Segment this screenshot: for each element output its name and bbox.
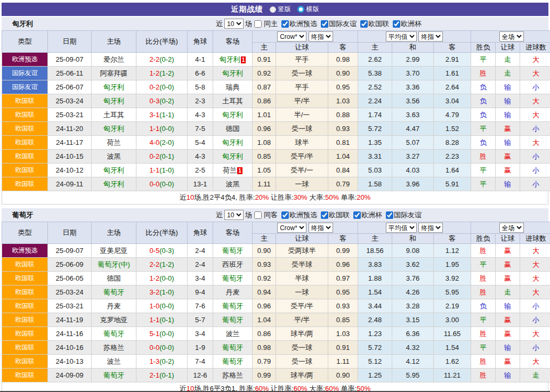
- team-name: 阿塞拜疆: [100, 69, 128, 77]
- avg-home-cell: 3.31: [358, 150, 392, 164]
- odds-company-select[interactable]: Crow*: [277, 31, 306, 42]
- avg-final-select[interactable]: 终指: [418, 31, 443, 42]
- fulltime-score: 1-1: [149, 166, 159, 174]
- league-checkbox[interactable]: [360, 20, 368, 28]
- match-row: 欧国联24-11-19克罗地亚1-1(0-1)5-7葡萄牙1.04平/半0.85…: [2, 313, 550, 327]
- result-goals-cell: 大: [520, 355, 550, 369]
- result-goals-cell: 小: [520, 150, 550, 164]
- avg-source-select[interactable]: 平均值: [386, 31, 417, 42]
- team-name: 波黑: [226, 180, 240, 188]
- competition-type-cell: 欧国联: [2, 341, 48, 355]
- avg-away-cell: 5.91: [434, 177, 471, 191]
- summary-text-part: 近: [180, 193, 187, 201]
- team-name: 匈牙利: [103, 83, 124, 91]
- subheader-odds-home: 主: [253, 43, 276, 53]
- result-handicap-cell: 输: [496, 369, 520, 382]
- team-name: 波兰: [107, 357, 121, 365]
- layout-option-horizontal[interactable]: 横版: [297, 5, 319, 14]
- summary-text-part: 单率:: [339, 385, 357, 392]
- same-venue-label: 同客: [264, 210, 278, 220]
- team-name: 葡萄牙: [222, 247, 243, 255]
- team-name: 苏格兰: [222, 371, 243, 379]
- odds-final-select[interactable]: 终指: [309, 31, 333, 42]
- matches-label: 场: [245, 210, 252, 220]
- competition-type-cell: 欧国联: [2, 369, 48, 382]
- team-name: 匈牙利: [222, 111, 243, 119]
- halftime-score: (0-2): [159, 55, 174, 63]
- away-team-cell: 葡萄牙: [213, 244, 253, 258]
- result-wdl-cell: 平: [471, 53, 496, 67]
- league-checkbox[interactable]: [321, 211, 328, 219]
- avg-source-select[interactable]: 平均值: [386, 223, 417, 233]
- layout-option-vertical[interactable]: 竖版: [270, 5, 291, 14]
- team-name: 土耳其: [222, 97, 243, 105]
- layout-vertical-label: 竖版: [278, 5, 291, 14]
- home-team-cell: 爱尔兰: [92, 53, 136, 67]
- away-team-cell: 葡萄牙: [213, 272, 253, 285]
- avg-draw-cell: 4.26: [392, 285, 434, 299]
- match-row: 欧国联25-03-21丹麦1-0(0-0)7-6葡萄牙0.96受平/半0.933…: [2, 299, 550, 313]
- odds-away-cell: 0.90: [328, 369, 358, 382]
- avg-away-cell: 2.64: [434, 80, 471, 94]
- scope-select[interactable]: 全场: [499, 223, 524, 233]
- avg-away-cell: 1.95: [434, 258, 471, 272]
- league-filter: 欧国联: [320, 210, 350, 220]
- avg-away-cell: 4.79: [434, 108, 471, 122]
- team-name: 匈牙利: [103, 97, 124, 105]
- avg-draw-cell: 4.32: [392, 341, 434, 355]
- avg-home-cell: 5.72: [358, 122, 392, 136]
- results-table: 类型 日期 主场 比分(半场) 角球 客场 Crow* 终指 平均值 终指: [2, 30, 550, 191]
- league-checkbox[interactable]: [281, 211, 289, 219]
- halftime-score: (1-1): [159, 111, 174, 119]
- corner-cell: 6-6: [188, 67, 213, 80]
- same-venue-checkbox[interactable]: [254, 211, 262, 219]
- subheader-result-handicap: 让球: [496, 234, 520, 244]
- result-goals-cell: 小: [520, 177, 550, 191]
- halftime-score: (0-1): [159, 152, 174, 160]
- summary-text-part: 20%: [357, 193, 370, 201]
- recent-count-select[interactable]: 10: [224, 210, 244, 220]
- avg-away-cell: 2.23: [434, 150, 471, 164]
- subheader-result-wdl: 胜负: [471, 234, 496, 244]
- subheader-avg-away: 客: [434, 43, 471, 53]
- avg-away-cell: 3.92: [434, 272, 471, 285]
- score-cell: 1-2(1-2): [136, 67, 188, 80]
- odds-away-cell: 0.98: [328, 53, 358, 67]
- odds-home-cell: 1.04: [253, 313, 276, 327]
- same-venue-checkbox[interactable]: [254, 20, 262, 28]
- corner-cell: 4-1: [188, 53, 213, 67]
- score-cell: 2-2(1-2): [136, 258, 188, 272]
- odds-handicap-cell: 一球: [276, 285, 328, 299]
- result-goals-cell: 大: [520, 94, 550, 108]
- filter-controls: 近 10 场 同主 欧洲预选 国际友谊 欧国联 欧洲杯: [216, 19, 422, 29]
- league-checkbox[interactable]: [393, 20, 400, 28]
- competition-type-cell: 欧国联: [2, 313, 48, 327]
- avg-final-select[interactable]: 终指: [418, 223, 443, 233]
- recent-count-select[interactable]: 10: [224, 19, 244, 29]
- league-checkbox[interactable]: [321, 20, 328, 28]
- away-team-cell: 匈牙利: [213, 136, 253, 150]
- radio-horizontal-icon[interactable]: [297, 6, 304, 13]
- scope-select[interactable]: 全场: [499, 31, 524, 42]
- result-wdl-cell: 负: [471, 94, 496, 108]
- radio-vertical-icon[interactable]: [270, 6, 276, 13]
- odds-company-select[interactable]: Crow*: [277, 223, 306, 233]
- fulltime-score: 0-0: [149, 180, 159, 188]
- league-checkbox[interactable]: [281, 20, 289, 28]
- column-header-score: 比分(半场): [136, 31, 188, 53]
- column-header-corner: 角球: [188, 31, 213, 53]
- result-handicap-cell: 走: [496, 67, 520, 80]
- odds-final-select[interactable]: 终指: [309, 223, 333, 233]
- column-header-type: 类型: [2, 222, 48, 244]
- match-row: 欧国联24-10-15波黑0-2(0-1)4-3匈牙利0.85受平/半1.043…: [2, 150, 550, 164]
- league-checkbox[interactable]: [353, 211, 361, 219]
- team-name-label: 葡萄牙: [12, 210, 33, 220]
- home-team-cell: 荷兰: [92, 136, 136, 150]
- date-cell: 24-10-13: [48, 355, 92, 369]
- league-checkbox[interactable]: [386, 211, 393, 219]
- team-name: 葡萄牙: [222, 302, 243, 310]
- competition-type-cell: 欧国联: [2, 122, 48, 136]
- league-filter: 欧国联: [360, 19, 389, 29]
- fulltime-score: 2-1: [149, 371, 159, 379]
- halftime-score: (0-0): [159, 344, 174, 352]
